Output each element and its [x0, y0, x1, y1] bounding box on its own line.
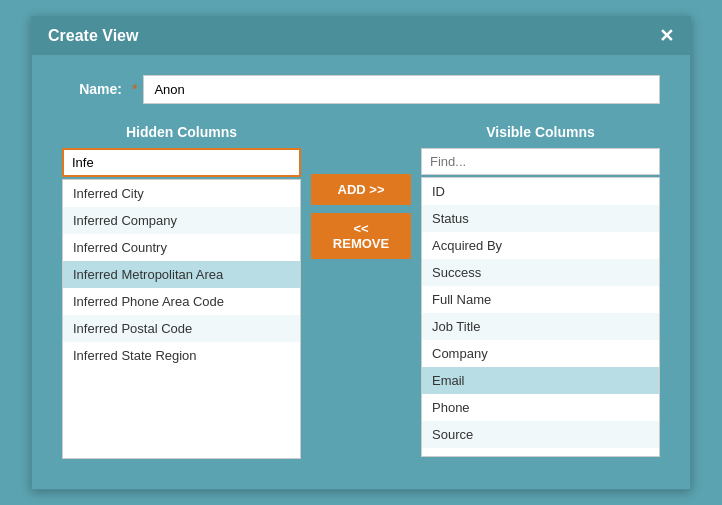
visible-columns-list: ID Status Acquired By Success Full Name … [421, 177, 660, 457]
list-item[interactable]: Job Title [422, 313, 659, 340]
list-item[interactable]: Success [422, 259, 659, 286]
hidden-columns-search[interactable] [62, 148, 301, 177]
list-item[interactable]: ID [422, 178, 659, 205]
list-item[interactable]: Company [422, 340, 659, 367]
required-star: * [132, 81, 137, 97]
create-view-modal: Create View ✕ Name: * Hidden Columns Inf… [31, 16, 691, 490]
list-item[interactable]: Source [422, 421, 659, 448]
list-item[interactable]: Status [422, 205, 659, 232]
list-item[interactable]: Inferred Company [63, 207, 300, 234]
close-button[interactable]: ✕ [659, 27, 674, 45]
modal-body: Name: * Hidden Columns Inferred City Inf… [32, 55, 690, 489]
list-item[interactable]: Inferred Postal Code [63, 315, 300, 342]
add-button[interactable]: ADD >> [311, 174, 411, 205]
name-label: Name: [62, 81, 122, 97]
list-item[interactable]: Inferred City [63, 180, 300, 207]
list-item[interactable]: Inferred Country [63, 234, 300, 261]
list-item[interactable]: Full Name [422, 286, 659, 313]
modal-overlay: Create View ✕ Name: * Hidden Columns Inf… [0, 0, 722, 505]
visible-columns-header: Visible Columns [421, 124, 660, 140]
visible-columns-search[interactable] [421, 148, 660, 175]
list-item[interactable]: Status Reason [422, 448, 659, 457]
list-item[interactable]: Email [422, 367, 659, 394]
list-item[interactable]: Inferred Phone Area Code [63, 288, 300, 315]
modal-header: Create View ✕ [32, 17, 690, 55]
transfer-buttons: ADD >> << REMOVE [311, 124, 411, 259]
hidden-columns-header: Hidden Columns [62, 124, 301, 140]
hidden-columns-section: Hidden Columns Inferred City Inferred Co… [62, 124, 301, 459]
visible-columns-section: Visible Columns ID Status Acquired By Su… [421, 124, 660, 457]
columns-container: Hidden Columns Inferred City Inferred Co… [62, 124, 660, 459]
list-item[interactable]: Phone [422, 394, 659, 421]
modal-title: Create View [48, 27, 138, 45]
list-item[interactable]: Inferred Metropolitan Area [63, 261, 300, 288]
list-item[interactable]: Acquired By [422, 232, 659, 259]
hidden-columns-list: Inferred City Inferred Company Inferred … [62, 179, 301, 459]
name-input[interactable] [143, 75, 660, 104]
name-row: Name: * [62, 75, 660, 104]
list-item[interactable]: Inferred State Region [63, 342, 300, 369]
remove-button[interactable]: << REMOVE [311, 213, 411, 259]
